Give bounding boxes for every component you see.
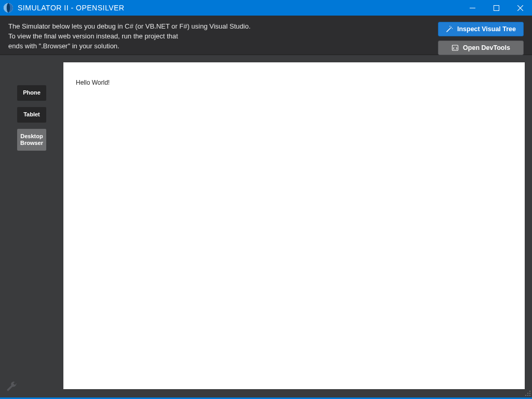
close-button[interactable] xyxy=(508,0,532,16)
svg-point-10 xyxy=(527,393,528,394)
titlebar: SIMULATOR II - OPENSILVER xyxy=(0,0,532,16)
device-sidebar: Phone Tablet Desktop Browser xyxy=(0,55,63,397)
device-tablet-button[interactable]: Tablet xyxy=(17,107,46,123)
resize-grip-icon[interactable] xyxy=(524,389,531,396)
svg-point-5 xyxy=(452,28,453,29)
magic-wand-icon xyxy=(446,25,453,33)
info-message: The Simulator below lets you debug in C#… xyxy=(8,22,428,51)
canvas-area: Hello World! xyxy=(63,55,532,397)
svg-rect-2 xyxy=(470,8,475,8)
simulator-canvas[interactable]: Hello World! xyxy=(63,62,525,389)
svg-point-6 xyxy=(449,26,450,27)
info-actions: Inspect Visual Tree Open DevTools xyxy=(438,22,524,55)
app-logo-icon xyxy=(3,3,14,13)
info-bar: The Simulator below lets you debug in C#… xyxy=(0,16,532,55)
device-desktop-label: Desktop Browser xyxy=(19,133,44,147)
open-devtools-button[interactable]: Open DevTools xyxy=(438,41,524,55)
device-desktop-button[interactable]: Desktop Browser xyxy=(17,129,46,151)
minimize-button[interactable] xyxy=(460,0,484,16)
device-phone-label: Phone xyxy=(23,89,41,96)
window-title: SIMULATOR II - OPENSILVER xyxy=(18,4,124,12)
info-line-1: The Simulator below lets you debug in C#… xyxy=(8,22,428,32)
svg-point-4 xyxy=(451,27,452,28)
info-line-3: ends with ".Browser" in your solution. xyxy=(8,42,428,51)
devtools-button-label: Open DevTools xyxy=(463,44,510,51)
svg-point-12 xyxy=(527,395,528,396)
maximize-button[interactable] xyxy=(484,0,508,16)
device-phone-button[interactable]: Phone xyxy=(17,85,46,101)
svg-point-11 xyxy=(529,395,530,396)
canvas-greeting: Hello World! xyxy=(76,79,110,86)
info-line-2: To view the final web version instead, r… xyxy=(8,32,428,42)
device-tablet-label: Tablet xyxy=(23,111,40,118)
svg-rect-7 xyxy=(453,45,458,50)
inspect-button-label: Inspect Visual Tree xyxy=(457,25,516,33)
workspace: Phone Tablet Desktop Browser Hello World… xyxy=(0,55,532,397)
svg-point-1 xyxy=(7,3,10,12)
svg-rect-3 xyxy=(494,5,499,10)
wrench-icon[interactable] xyxy=(5,381,18,393)
window-controls xyxy=(460,0,532,16)
svg-point-8 xyxy=(529,391,530,392)
svg-point-9 xyxy=(529,393,530,394)
inspect-visual-tree-button[interactable]: Inspect Visual Tree xyxy=(438,22,524,36)
svg-point-13 xyxy=(525,395,526,396)
devtools-icon xyxy=(451,44,459,51)
